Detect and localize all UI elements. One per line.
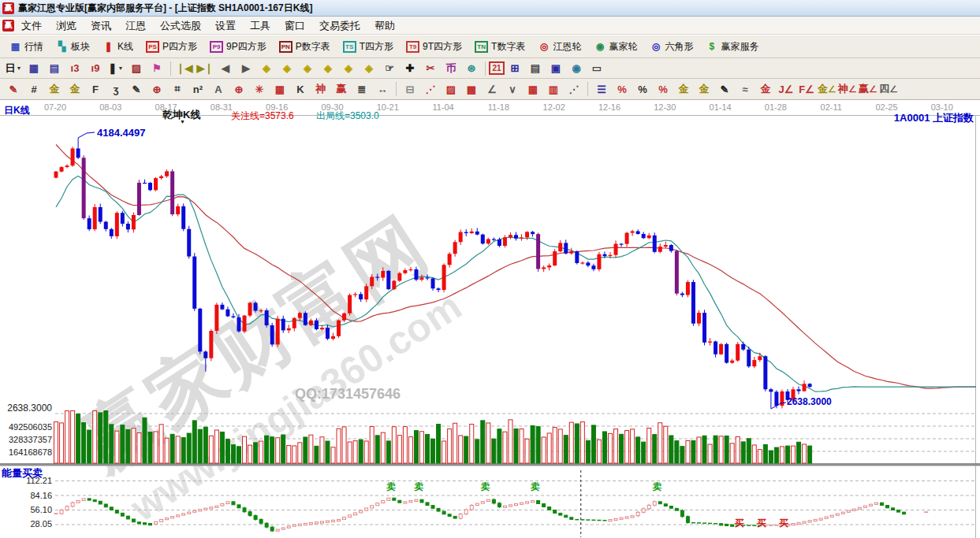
menu-window[interactable]: 窗口	[278, 18, 312, 33]
volume-columns-icon[interactable]: ☰	[591, 80, 612, 98]
p-number-button[interactable]: PNP数字表	[273, 38, 337, 56]
gold-circle-icon[interactable]: 金	[673, 80, 694, 98]
notes-icon[interactable]: ▤	[525, 59, 546, 77]
hand-drag-icon[interactable]: ☞	[379, 59, 400, 77]
ying-angle-icon[interactable]: 赢∠	[858, 80, 878, 98]
color-flag-icon[interactable]: ⚑	[147, 59, 167, 77]
last-page-icon[interactable]: ▶❘	[195, 59, 215, 77]
kline-type-dropdown-arrow-icon[interactable]: ▼	[180, 119, 185, 124]
slash-lines-icon[interactable]: ⋰	[564, 80, 584, 98]
check-lines-icon[interactable]: ∨	[502, 80, 523, 98]
winner-service-button[interactable]: $赢家服务	[699, 38, 765, 56]
next-page-icon[interactable]: ▶	[236, 59, 256, 77]
shrink-v-icon[interactable]: ◈	[359, 59, 379, 77]
t-square-button[interactable]: TST四方形	[337, 38, 400, 56]
expand-h-icon[interactable]: ◈	[297, 59, 318, 77]
print-icon[interactable]: ▭	[587, 59, 607, 77]
gann-circle-icon[interactable]: ⊕	[147, 80, 167, 98]
sectors-button[interactable]: ▚板块	[50, 38, 96, 56]
winner-wheel-button[interactable]: ◉赢家轮	[587, 38, 643, 56]
t9-square-button[interactable]: T99T四方形	[400, 38, 468, 56]
menu-browse[interactable]: 浏览	[49, 18, 84, 33]
prev-page-icon[interactable]: ◀	[215, 59, 236, 77]
p9-square-button[interactable]: P99P四方形	[203, 38, 273, 56]
si-angle-icon[interactable]: 四∠	[878, 80, 899, 98]
ray-fan-icon[interactable]: ⋰	[420, 80, 441, 98]
ying-tool-icon[interactable]: 赢	[331, 80, 352, 98]
gold-angle-icon[interactable]: 金∠	[817, 80, 837, 98]
mark-pencil-icon[interactable]: ✎	[714, 80, 735, 98]
percent-icon[interactable]: %	[632, 80, 653, 98]
sectors-icon: ▚	[56, 41, 68, 53]
box-corner-icon[interactable]: ⊟	[400, 80, 420, 98]
fibo-f-icon[interactable]: F	[85, 80, 106, 98]
gann-box-icon[interactable]: ▦	[270, 80, 290, 98]
menu-gann[interactable]: 江恩	[118, 18, 153, 33]
date-tick-11-04: 11-04	[426, 102, 460, 112]
shen-angle-icon[interactable]: 神∠	[837, 80, 858, 98]
t-number-button[interactable]: TNT数字表	[468, 38, 531, 56]
menu-trade[interactable]: 交易委托	[312, 18, 367, 33]
red-grid-icon[interactable]: ▦	[523, 80, 543, 98]
double-grid-icon[interactable]: ⌗	[167, 80, 188, 98]
f-angle-icon[interactable]: F∠	[796, 80, 817, 98]
red-grid2-icon[interactable]: ▥	[543, 80, 564, 98]
pencil-icon[interactable]: ✎	[126, 80, 147, 98]
first-page-icon[interactable]: ❘◀	[174, 59, 195, 77]
purple-coin-icon[interactable]: 币	[441, 59, 461, 77]
grid-hash-icon[interactable]: #	[24, 80, 44, 98]
hexagon-button[interactable]: ◎六角形	[643, 38, 699, 56]
span-arrow-icon[interactable]: ↔	[372, 80, 393, 98]
gann-wheel-button[interactable]: ◎江恩轮	[531, 38, 587, 56]
draw-toolbar: ✎#金金Fʒ✎⊕⌗n²A⊕✳▦K神赢≣↔⊟⋰▨▩∠∨▦▥⋰☰%%%金金✎≈金J∠…	[0, 79, 980, 100]
n-square-icon[interactable]: n²	[188, 80, 208, 98]
gold-section-icon[interactable]: 金	[44, 80, 65, 98]
p-square-button[interactable]: PSP四方形	[140, 38, 203, 56]
gold-line-icon[interactable]: 金	[694, 80, 714, 98]
calculator-icon[interactable]: ⊞	[505, 59, 525, 77]
candle-style-dropdown[interactable]: ❚▼	[106, 59, 126, 77]
percent-line-icon[interactable]: %	[653, 80, 673, 98]
angle-lines-icon[interactable]: ∠	[482, 80, 502, 98]
shen-tool-icon[interactable]: 神	[311, 80, 331, 98]
calendar-icon[interactable]: 21	[489, 61, 505, 75]
crosshair-icon[interactable]: ✚	[400, 59, 420, 77]
box-diagonal-icon[interactable]: ▨	[441, 80, 461, 98]
kline-style-dropdown[interactable]: 日▼	[3, 59, 24, 77]
wave5-icon[interactable]: ʒ	[106, 80, 126, 98]
info-panel-icon[interactable]: ▤	[44, 59, 65, 77]
shrink-h-icon[interactable]: ◈	[318, 59, 338, 77]
expand-v-icon[interactable]: ◈	[338, 59, 359, 77]
kline-button[interactable]: ❚K线	[96, 38, 140, 56]
pattern-box-icon[interactable]: ▨	[126, 59, 147, 77]
bars-3-icon[interactable]: ı3	[65, 59, 85, 77]
cut-icon[interactable]: ✂	[420, 59, 441, 77]
web-analysis-icon[interactable]: ⊛	[461, 59, 482, 77]
menu-file[interactable]: 文件	[14, 18, 49, 33]
chart-window-icon[interactable]: ▦	[24, 59, 44, 77]
move-right-icon[interactable]: ◈	[277, 59, 297, 77]
ruler-123-icon[interactable]: ≣	[352, 80, 372, 98]
menu-news[interactable]: 资讯	[84, 18, 118, 33]
target-circle-icon[interactable]: ⊕	[229, 80, 249, 98]
chart-area[interactable]: 赢家财富网 www.yingjia360.com	[0, 100, 980, 538]
menu-formula-picker[interactable]: 公式选股	[153, 18, 208, 33]
save-icon[interactable]: ▣	[546, 59, 566, 77]
pencil-red-icon[interactable]: ✎	[3, 80, 24, 98]
gold-section2-icon[interactable]: 金	[65, 80, 85, 98]
box-dense-icon[interactable]: ▩	[461, 80, 482, 98]
wave-line-icon[interactable]: ≈	[735, 80, 755, 98]
menu-help[interactable]: 帮助	[367, 18, 402, 33]
spider-web-icon[interactable]: ✳	[249, 80, 270, 98]
menu-tools[interactable]: 工具	[243, 18, 278, 33]
gold-underline-icon[interactable]: 金	[755, 80, 776, 98]
menu-settings[interactable]: 设置	[208, 18, 243, 33]
j-angle-icon[interactable]: J∠	[776, 80, 796, 98]
k-mark-icon[interactable]: K	[290, 80, 311, 98]
browser-icon[interactable]: ◉	[566, 59, 587, 77]
angle-a-icon[interactable]: A	[208, 80, 229, 98]
bars-9-icon[interactable]: ı9	[85, 59, 106, 77]
move-left-icon[interactable]: ◈	[256, 59, 277, 77]
quote-button[interactable]: ▦行情	[3, 38, 50, 56]
percent-slash-icon[interactable]: %	[612, 80, 632, 98]
